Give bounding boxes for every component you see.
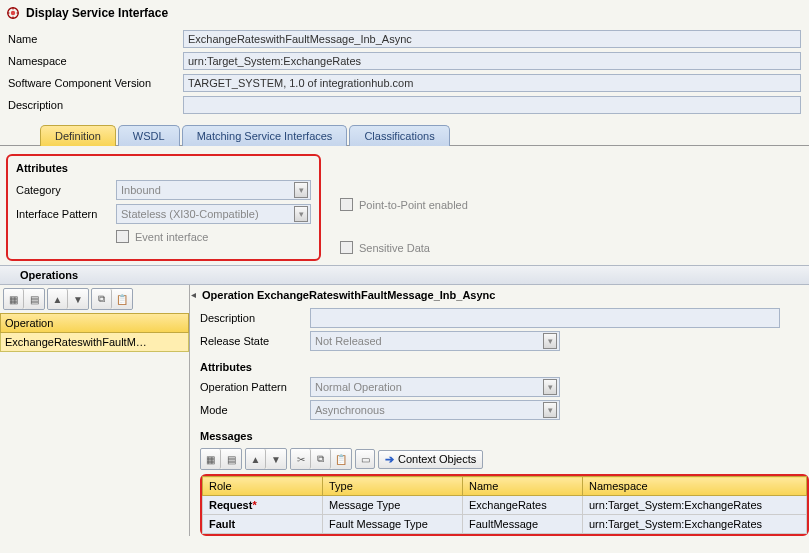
op-description-label: Description xyxy=(200,312,310,324)
col-name[interactable]: Name xyxy=(463,477,583,496)
table-row[interactable]: Fault Fault Message Type FaultMessage ur… xyxy=(203,515,807,534)
operation-row-selected[interactable]: ExchangeRateswithFaultM… xyxy=(0,333,189,352)
service-interface-icon xyxy=(6,6,20,20)
release-state-value: Not Released xyxy=(315,335,382,347)
copy-icon[interactable]: ⧉ xyxy=(311,449,331,469)
context-objects-label: Context Objects xyxy=(398,453,476,465)
category-select[interactable]: Inbound ▾ xyxy=(116,180,311,200)
mode-value: Asynchronous xyxy=(315,404,385,416)
dropdown-icon[interactable]: ▾ xyxy=(543,402,557,418)
messages-table: Role Type Name Namespace Request* Messag… xyxy=(202,476,807,534)
copy-icon[interactable]: ⧉ xyxy=(92,289,112,309)
paste-icon[interactable]: 📋 xyxy=(112,289,132,309)
attributes-panel: Attributes Category Inbound ▾ Interface … xyxy=(6,154,321,261)
event-interface-checkbox[interactable] xyxy=(116,230,129,243)
messages-table-highlight: Role Type Name Namespace Request* Messag… xyxy=(200,474,809,536)
name-cell: FaultMessage xyxy=(463,515,583,534)
op-attributes-title: Attributes xyxy=(200,361,809,373)
namespace-cell: urn:Target_System:ExchangeRates xyxy=(583,515,807,534)
pattern-select[interactable]: Stateless (XI30-Compatible) ▾ xyxy=(116,204,311,224)
context-objects-button[interactable]: ➔ Context Objects xyxy=(378,450,483,469)
tab-definition[interactable]: Definition xyxy=(40,125,116,146)
col-type[interactable]: Type xyxy=(323,477,463,496)
category-label: Category xyxy=(16,184,116,196)
form-row-swc: Software Component Version TARGET_SYSTEM… xyxy=(0,72,809,94)
mode-select[interactable]: Asynchronous ▾ xyxy=(310,400,560,420)
move-up-icon[interactable]: ▲ xyxy=(48,289,68,309)
type-cell: Message Type xyxy=(323,496,463,515)
dropdown-icon[interactable]: ▾ xyxy=(294,206,308,222)
new-row-icon[interactable]: ▦ xyxy=(4,289,24,309)
operations-header: Operations xyxy=(0,265,809,285)
p2p-label: Point-to-Point enabled xyxy=(359,199,468,211)
paste-icon[interactable]: 📋 xyxy=(331,449,351,469)
move-down-icon[interactable]: ▼ xyxy=(266,449,286,469)
splitter-icon: ◂ xyxy=(191,289,196,300)
required-star: * xyxy=(252,499,256,511)
col-role[interactable]: Role xyxy=(203,477,323,496)
move-down-icon[interactable]: ▼ xyxy=(68,289,88,309)
description-label: Description xyxy=(8,99,183,111)
attributes-title: Attributes xyxy=(16,162,311,174)
op-pattern-select[interactable]: Normal Operation ▾ xyxy=(310,377,560,397)
type-cell: Fault Message Type xyxy=(323,515,463,534)
op-description-field[interactable] xyxy=(310,308,780,328)
tab-classifications[interactable]: Classifications xyxy=(349,125,449,146)
category-value: Inbound xyxy=(121,184,161,196)
namespace-label: Namespace xyxy=(8,55,183,67)
insert-row-icon[interactable]: ▦ xyxy=(201,449,221,469)
tab-wsdl[interactable]: WSDL xyxy=(118,125,180,146)
page-title: Display Service Interface xyxy=(26,6,168,20)
name-field[interactable]: ExchangeRateswithFaultMessage_Inb_Async xyxy=(183,30,801,48)
release-state-select[interactable]: Not Released ▾ xyxy=(310,331,560,351)
dropdown-icon[interactable]: ▾ xyxy=(294,182,308,198)
op-pattern-value: Normal Operation xyxy=(315,381,402,393)
swc-label: Software Component Version xyxy=(8,77,183,89)
messages-title: Messages xyxy=(200,430,809,442)
table-row[interactable]: Request* Message Type ExchangeRates urn:… xyxy=(203,496,807,515)
role-cell: Request xyxy=(209,499,252,511)
form-row-description: Description xyxy=(0,94,809,116)
p2p-checkbox[interactable] xyxy=(340,198,353,211)
pattern-label: Interface Pattern xyxy=(16,208,116,220)
description-field[interactable] xyxy=(183,96,801,114)
dropdown-icon[interactable]: ▾ xyxy=(543,379,557,395)
op-pattern-label: Operation Pattern xyxy=(200,381,310,393)
operation-detail-title: Operation ExchangeRateswithFaultMessage_… xyxy=(200,285,809,305)
pattern-value: Stateless (XI30-Compatible) xyxy=(121,208,259,220)
insert-row-alt-icon[interactable]: ▤ xyxy=(221,449,241,469)
name-cell: ExchangeRates xyxy=(463,496,583,515)
new-row-alt-icon[interactable]: ▤ xyxy=(24,289,44,309)
sensitive-data-label: Sensitive Data xyxy=(359,242,430,254)
role-cell: Fault xyxy=(209,518,235,530)
dropdown-icon[interactable]: ▾ xyxy=(543,333,557,349)
form-row-namespace: Namespace urn:Target_System:ExchangeRate… xyxy=(0,50,809,72)
tab-strip: Definition WSDL Matching Service Interfa… xyxy=(0,116,809,146)
operation-detail-pane: Operation ExchangeRateswithFaultMessage_… xyxy=(196,285,809,536)
col-namespace[interactable]: Namespace xyxy=(583,477,807,496)
arrow-right-icon: ➔ xyxy=(385,453,394,466)
svg-point-1 xyxy=(11,11,15,15)
cut-icon[interactable]: ✂ xyxy=(291,449,311,469)
operations-left-pane: ▦ ▤ ▲ ▼ ⧉ 📋 Operation ExchangeRateswithF… xyxy=(0,285,190,536)
namespace-field[interactable]: urn:Target_System:ExchangeRates xyxy=(183,52,801,70)
namespace-cell: urn:Target_System:ExchangeRates xyxy=(583,496,807,515)
page-title-row: Display Service Interface xyxy=(0,0,809,28)
sensitive-data-checkbox[interactable] xyxy=(340,241,353,254)
operation-column-header: Operation xyxy=(0,313,189,333)
move-up-icon[interactable]: ▲ xyxy=(246,449,266,469)
operations-toolbar: ▦ ▤ ▲ ▼ ⧉ 📋 xyxy=(0,285,189,313)
name-label: Name xyxy=(8,33,183,45)
release-state-label: Release State xyxy=(200,335,310,347)
clear-icon[interactable]: ▭ xyxy=(355,449,375,469)
form-row-name: Name ExchangeRateswithFaultMessage_Inb_A… xyxy=(0,28,809,50)
tab-matching[interactable]: Matching Service Interfaces xyxy=(182,125,348,146)
mode-label: Mode xyxy=(200,404,310,416)
messages-toolbar: ▦ ▤ ▲ ▼ ✂ ⧉ 📋 ▭ ➔ Context Objects xyxy=(200,446,809,472)
event-interface-label: Event interface xyxy=(135,231,208,243)
swc-field[interactable]: TARGET_SYSTEM, 1.0 of integrationhub.com xyxy=(183,74,801,92)
